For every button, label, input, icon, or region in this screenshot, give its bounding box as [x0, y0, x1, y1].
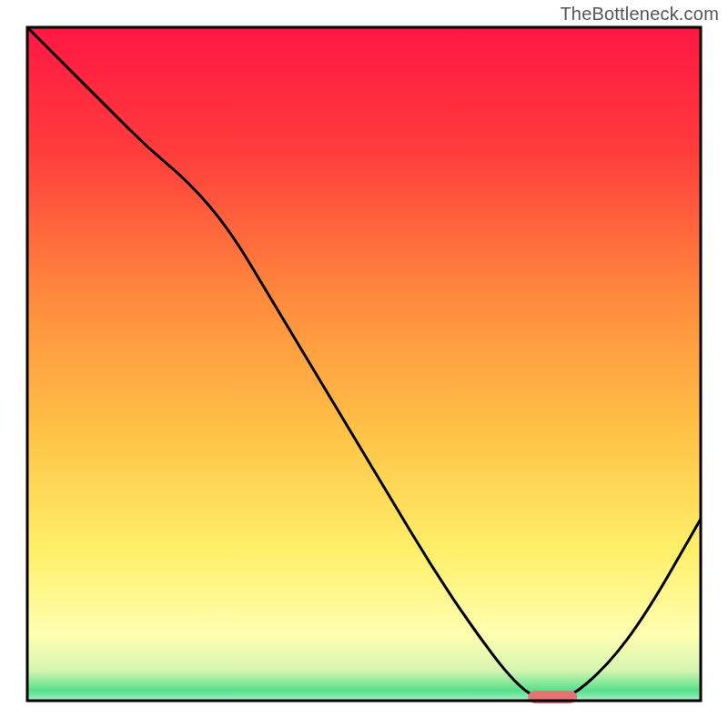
chart-stage: TheBottleneck.com: [0, 0, 728, 728]
watermark-text: TheBottleneck.com: [560, 4, 719, 25]
chart-svg: [0, 0, 728, 728]
